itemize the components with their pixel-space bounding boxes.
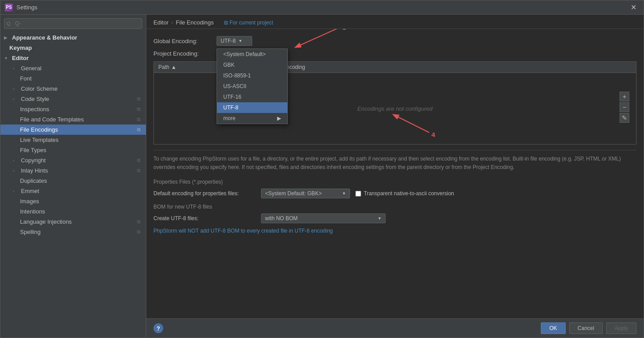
help-button[interactable]: ?	[153, 323, 163, 333]
encoding-column-header: Encoding	[278, 62, 636, 72]
chevron-icon: ›	[13, 169, 18, 173]
properties-section-title: Properties Files (*.properties)	[153, 179, 636, 185]
dialog-body: Q ▶ Appearance & Behavior Keymap ▼ Edito…	[0, 15, 644, 338]
option-label: more	[223, 115, 235, 121]
for-current-project-link[interactable]: ⊞ For current project	[224, 20, 273, 26]
bom-section-title: BOM for new UTF-8 files	[153, 204, 636, 210]
properties-encoding-value: <System Default: GBK>	[265, 190, 322, 197]
sidebar-item-label: Editor	[12, 55, 29, 61]
sidebar-item-inlay-hints[interactable]: › Inlay Hints ⧉	[0, 165, 146, 176]
sidebar-item-font[interactable]: Font	[0, 73, 146, 84]
sidebar-item-color-scheme[interactable]: › Color Scheme	[0, 84, 146, 94]
title-bar: PS Settings ✕	[0, 0, 644, 15]
sidebar-item-file-code-templates[interactable]: File and Code Templates ⧉	[0, 114, 146, 125]
sidebar-item-label: Emmet	[21, 188, 39, 194]
encoding-option-utf16[interactable]: UTF-16	[217, 92, 287, 102]
global-encoding-dropdown[interactable]: UTF-8 ▼	[217, 36, 252, 46]
submenu-arrow-icon: ▶	[277, 115, 281, 121]
sidebar-item-keymap[interactable]: Keymap	[0, 43, 146, 53]
sidebar-item-code-style[interactable]: › Code Style ⧉	[0, 94, 146, 104]
create-utf8-label: Create UTF-8 files:	[153, 215, 256, 221]
global-encoding-row: Global Encoding: UTF-8 ▼ <System Default…	[153, 36, 636, 46]
sidebar-item-label: Copyright	[21, 157, 46, 164]
bom-dropdown[interactable]: with NO BOM ▼	[261, 213, 386, 223]
copy-icon: ⧉	[137, 127, 141, 133]
close-button[interactable]: ✕	[628, 2, 639, 12]
sidebar-item-live-templates[interactable]: Live Templates	[0, 135, 146, 145]
sidebar-item-duplicates[interactable]: Duplicates	[0, 176, 146, 186]
properties-encoding-row: Default encoding for properties files: <…	[153, 189, 636, 198]
sidebar-item-file-encodings[interactable]: File Encodings ⧉	[0, 125, 146, 135]
sidebar-item-general[interactable]: › General	[0, 63, 146, 73]
copy-icon: ⧉	[137, 117, 141, 122]
encoding-option-us-ascii[interactable]: US-ASCII	[217, 81, 287, 92]
main-content: Editor › File Encodings ⊞ For current pr…	[146, 15, 644, 338]
sidebar-item-label: General	[21, 65, 41, 72]
chevron-icon: ›	[13, 66, 18, 71]
remove-encoding-button[interactable]: −	[620, 102, 629, 112]
sidebar-item-copyright[interactable]: › Copyright ⧉	[0, 155, 146, 165]
sidebar-item-label: Color Scheme	[21, 85, 57, 92]
window-title: Settings	[16, 4, 37, 11]
description-content: To change encoding PhpStorm uses for a f…	[153, 156, 621, 170]
title-bar-left: PS Settings	[5, 4, 37, 12]
search-input[interactable]	[4, 18, 142, 29]
encoding-dropdown-menu: <System Default> GBK ISO-8859-1 US-ASCII	[217, 48, 288, 124]
sidebar-item-inspections[interactable]: Inspections ⧉	[0, 104, 146, 114]
path-label: Path	[158, 64, 169, 70]
description-text: To change encoding PhpStorm uses for a f…	[153, 150, 636, 172]
search-icon: Q	[7, 21, 11, 26]
sidebar-item-intentions[interactable]: Intentions	[0, 206, 146, 217]
encoding-option-gbk[interactable]: GBK	[217, 60, 287, 70]
sidebar: Q ▶ Appearance & Behavior Keymap ▼ Edito…	[0, 15, 146, 338]
copy-icon: ⧉	[137, 229, 141, 235]
table-actions: + − ✎	[620, 92, 629, 123]
sidebar-item-spelling[interactable]: Spelling ⧉	[0, 227, 146, 237]
sidebar-item-label: Language Injections	[20, 218, 72, 225]
sidebar-item-label: File Types	[20, 147, 46, 153]
sidebar-item-appearance[interactable]: ▶ Appearance & Behavior	[0, 32, 146, 43]
encoding-option-iso[interactable]: ISO-8859-1	[217, 70, 287, 81]
sidebar-item-label: File and Code Templates	[20, 116, 84, 123]
sidebar-item-label: Keymap	[9, 44, 32, 51]
project-encoding-label: Project Encoding:	[153, 50, 211, 57]
properties-encoding-dropdown[interactable]: <System Default: GBK> ▼	[261, 189, 350, 198]
breadcrumb-part2: File Encodings	[176, 19, 213, 26]
sidebar-item-images[interactable]: Images	[0, 196, 146, 206]
bom-create-row: Create UTF-8 files: with NO BOM ▼	[153, 213, 636, 223]
dropdown-arrow-icon: ▼	[238, 39, 242, 43]
bom-value: with NO BOM	[265, 215, 298, 221]
copy-icon: ⧉	[137, 106, 141, 112]
copy-icon: ⧉	[137, 219, 141, 225]
encoding-option-more[interactable]: more ▶	[217, 113, 287, 124]
option-label: UTF-8	[223, 105, 238, 111]
bom-note-text: PhpStorm will NOT add	[153, 228, 211, 234]
transparent-conversion-checkbox[interactable]	[355, 191, 361, 197]
sidebar-item-label: Spelling	[20, 229, 40, 235]
encoding-option-utf8[interactable]: UTF-8	[217, 102, 287, 113]
sidebar-item-label: Inspections	[20, 106, 49, 113]
sidebar-item-editor[interactable]: ▼ Editor	[0, 53, 146, 63]
sidebar-item-file-types[interactable]: File Types	[0, 145, 146, 155]
empty-table-message: Encodings are not configured	[357, 105, 432, 112]
bom-note-text2: to every created file in UTF-8 encoding	[241, 228, 333, 234]
edit-encoding-button[interactable]: ✎	[620, 113, 629, 123]
footer: ? OK Cancel Apply	[146, 318, 644, 338]
search-box: Q	[4, 18, 142, 29]
chevron-icon: ▼	[4, 56, 9, 60]
cancel-button[interactable]: Cancel	[569, 322, 603, 334]
encoding-option-system-default[interactable]: <System Default>	[217, 49, 287, 60]
app-icon: PS	[5, 4, 13, 12]
apply-button[interactable]: Apply	[606, 322, 636, 334]
sidebar-item-label: Code Style	[21, 96, 49, 102]
sidebar-item-label: Intentions	[20, 208, 45, 215]
sidebar-item-emmet[interactable]: › Emmet	[0, 186, 146, 196]
default-encoding-label: Default encoding for properties files:	[153, 190, 256, 197]
bom-section: BOM for new UTF-8 files Create UTF-8 fil…	[153, 204, 636, 234]
add-encoding-button[interactable]: +	[620, 92, 629, 101]
option-label: GBK	[223, 62, 234, 68]
chevron-icon: ▶	[4, 36, 9, 40]
sidebar-item-label: Images	[20, 198, 39, 205]
sidebar-item-language-injections[interactable]: Language Injections ⧉	[0, 217, 146, 227]
ok-button[interactable]: OK	[541, 322, 565, 334]
